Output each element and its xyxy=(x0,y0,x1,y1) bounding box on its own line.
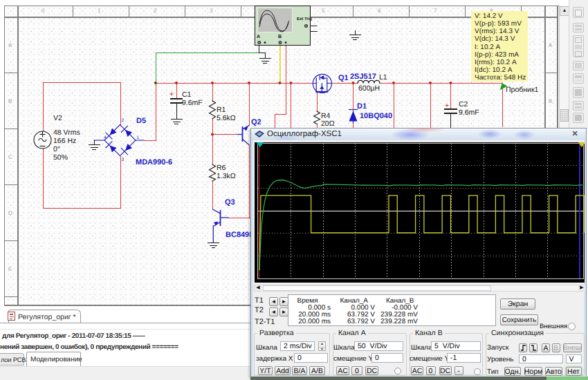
svg-text:Q2: Q2 xyxy=(251,118,261,126)
svg-text:2: 2 xyxy=(122,118,125,123)
svg-text:10BQ040: 10BQ040 xyxy=(360,112,392,120)
svg-text:3: 3 xyxy=(122,158,125,162)
svg-text:4: 4 xyxy=(104,135,107,140)
svg-text:R6: R6 xyxy=(217,164,226,172)
svg-text:2SJ517: 2SJ517 xyxy=(350,73,376,81)
svg-text:5.6kΩ: 5.6kΩ xyxy=(217,114,236,122)
svg-text:9.6mF: 9.6mF xyxy=(459,108,479,117)
svg-text:C2: C2 xyxy=(459,100,468,108)
svg-text:Q1: Q1 xyxy=(338,74,349,82)
svg-text:20Ω: 20Ω xyxy=(321,120,335,128)
svg-text:600µH: 600µH xyxy=(358,84,380,93)
svg-text:0°: 0° xyxy=(53,145,60,153)
svg-text:D1: D1 xyxy=(357,102,367,111)
svg-text:R1: R1 xyxy=(217,106,226,114)
svg-text:Q3: Q3 xyxy=(225,198,235,207)
svg-text:MDA990-6: MDA990-6 xyxy=(136,158,172,167)
svg-text:9.6mF: 9.6mF xyxy=(182,99,203,107)
svg-text:1.3kΩ: 1.3kΩ xyxy=(217,172,236,180)
svg-text:48 Vrms: 48 Vrms xyxy=(53,129,80,137)
svg-text:C1: C1 xyxy=(182,91,192,99)
svg-text:V2: V2 xyxy=(53,114,62,122)
svg-text:L1: L1 xyxy=(379,73,387,82)
svg-text:D5: D5 xyxy=(136,117,146,125)
svg-text:Пробник1: Пробник1 xyxy=(506,86,538,94)
svg-text:50%: 50% xyxy=(53,153,68,162)
svg-text:1: 1 xyxy=(137,135,140,140)
svg-text:166 Hz: 166 Hz xyxy=(53,137,76,145)
